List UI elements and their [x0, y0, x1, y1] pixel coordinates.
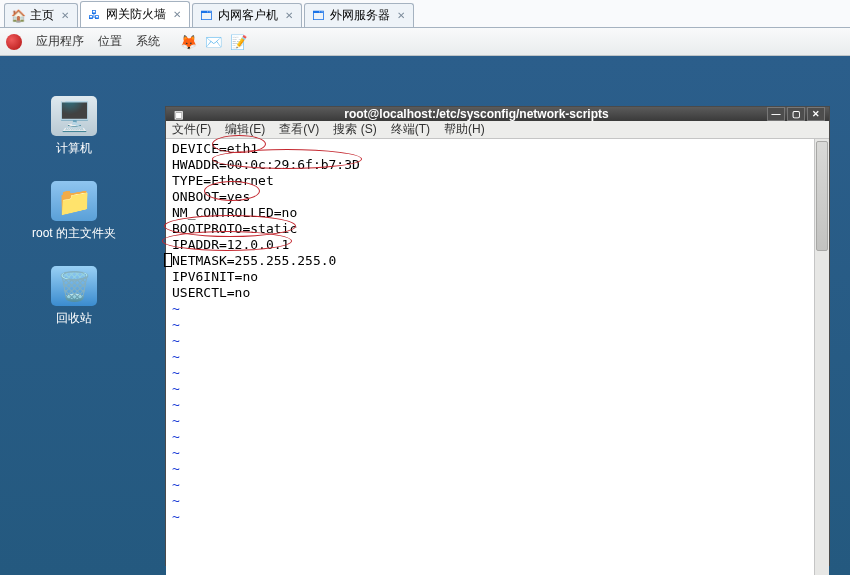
mail-icon[interactable]: ✉️: [205, 34, 222, 50]
host-tab-strip: 🏠 主页 ✕ 🖧 网关防火墙 ✕ 🗔 内网客户机 ✕ 🗔 外网服务器 ✕: [0, 0, 850, 28]
home-icon: 🏠: [11, 9, 25, 23]
vm-icon: 🗔: [311, 9, 325, 23]
host-tab-gateway[interactable]: 🖧 网关防火墙 ✕: [80, 1, 190, 27]
terminal-scrollbar[interactable]: [814, 139, 829, 575]
file-line: NETMASK=255.255.255.0: [172, 253, 336, 268]
close-icon[interactable]: ✕: [59, 10, 71, 22]
host-tab-label: 网关防火墙: [106, 6, 166, 23]
menu-search[interactable]: 搜索 (S): [333, 121, 376, 138]
note-icon[interactable]: 📝: [230, 34, 247, 50]
firefox-icon[interactable]: 🦊: [180, 34, 197, 50]
terminal-text[interactable]: DEVICE=eth1 HWADDR=00:0c:29:6f:b7:3D TYP…: [166, 139, 814, 575]
vm-icon: 🗔: [199, 9, 213, 23]
menu-applications[interactable]: 应用程序: [36, 33, 84, 50]
file-line: IPADDR=12.0.0.1: [172, 237, 289, 252]
host-tab-extranet[interactable]: 🗔 外网服务器 ✕: [304, 3, 414, 27]
file-line: TYPE=Ethernet: [172, 173, 274, 188]
terminal-title: root@localhost:/etc/sysconfig/network-sc…: [186, 107, 767, 121]
menu-places[interactable]: 位置: [98, 33, 122, 50]
file-line: ONBOOT=yes: [172, 189, 250, 204]
close-button[interactable]: ✕: [807, 107, 825, 121]
terminal-body: DEVICE=eth1 HWADDR=00:0c:29:6f:b7:3D TYP…: [166, 139, 829, 575]
file-line: DEVICE=eth1: [172, 141, 258, 156]
menu-system[interactable]: 系统: [136, 33, 160, 50]
close-icon[interactable]: ✕: [171, 9, 183, 21]
vm-icon: 🖧: [87, 8, 101, 22]
menu-terminal[interactable]: 终端(T): [391, 121, 430, 138]
desktop-icon-label: 计算机: [24, 140, 124, 157]
trash-icon: 🗑️: [51, 266, 97, 306]
file-line: IPV6INIT=no: [172, 269, 258, 284]
launcher-icon[interactable]: [6, 34, 22, 50]
host-tab-intranet[interactable]: 🗔 内网客户机 ✕: [192, 3, 302, 27]
desktop[interactable]: 🖥️ 计算机 📁 root 的主文件夹 🗑️ 回收站 ▣ root@localh…: [0, 56, 850, 575]
host-tab-home[interactable]: 🏠 主页 ✕: [4, 3, 78, 27]
folder-icon: 📁: [51, 181, 97, 221]
terminal-titlebar[interactable]: ▣ root@localhost:/etc/sysconfig/network-…: [166, 107, 829, 121]
host-tab-label: 主页: [30, 7, 54, 24]
menu-help[interactable]: 帮助(H): [444, 121, 485, 138]
file-line: NM_CONTROLLED=no: [172, 205, 297, 220]
desktop-icon-trash[interactable]: 🗑️ 回收站: [24, 266, 124, 327]
text-cursor: [164, 253, 172, 267]
close-icon[interactable]: ✕: [283, 10, 295, 22]
host-tab-label: 内网客户机: [218, 7, 278, 24]
minimize-button[interactable]: —: [767, 107, 785, 121]
maximize-button[interactable]: ▢: [787, 107, 805, 121]
terminal-menubar: 文件(F) 编辑(E) 查看(V) 搜索 (S) 终端(T) 帮助(H): [166, 121, 829, 139]
host-tab-label: 外网服务器: [330, 7, 390, 24]
file-line: HWADDR=00:0c:29:6f:b7:3D: [172, 157, 360, 172]
terminal-window: ▣ root@localhost:/etc/sysconfig/network-…: [165, 106, 830, 566]
gnome-panel: 应用程序 位置 系统 🦊 ✉️ 📝: [0, 28, 850, 56]
terminal-icon: ▣: [170, 109, 186, 120]
menu-view[interactable]: 查看(V): [279, 121, 319, 138]
desktop-icon-computer[interactable]: 🖥️ 计算机: [24, 96, 124, 157]
desktop-icon-home[interactable]: 📁 root 的主文件夹: [24, 181, 124, 242]
file-line: BOOTPROTO=static: [172, 221, 297, 236]
desktop-icon-label: 回收站: [24, 310, 124, 327]
file-line: USERCTL=no: [172, 285, 250, 300]
scrollbar-thumb[interactable]: [816, 141, 828, 251]
menu-edit[interactable]: 编辑(E): [225, 121, 265, 138]
monitor-icon: 🖥️: [51, 96, 97, 136]
menu-file[interactable]: 文件(F): [172, 121, 211, 138]
close-icon[interactable]: ✕: [395, 10, 407, 22]
desktop-icon-label: root 的主文件夹: [24, 225, 124, 242]
